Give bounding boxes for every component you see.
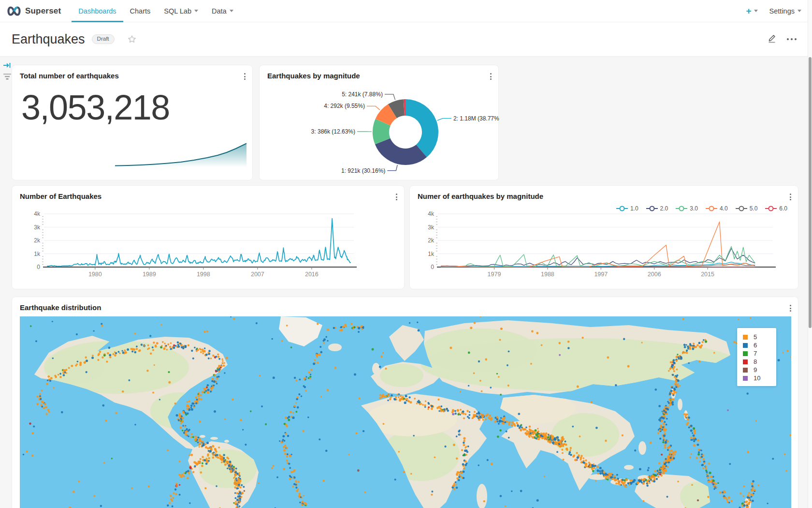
map-legend-item[interactable]: 10 bbox=[743, 374, 776, 382]
big-number-sparkline bbox=[115, 139, 246, 167]
legend-swatch-icon bbox=[743, 351, 748, 356]
map-legend-item[interactable]: 6 bbox=[743, 341, 776, 349]
svg-text:1k: 1k bbox=[34, 251, 41, 257]
settings-menu[interactable]: Settings bbox=[769, 7, 801, 15]
svg-text:1989: 1989 bbox=[143, 271, 156, 278]
nav-item-sql-lab[interactable]: SQL Lab bbox=[157, 0, 205, 22]
page-title: Earthquakes bbox=[12, 32, 85, 47]
svg-text:1998: 1998 bbox=[197, 271, 210, 278]
svg-text:4: 292k (9.55%): 4: 292k (9.55%) bbox=[324, 103, 365, 109]
legend-label: 9 bbox=[754, 366, 757, 374]
svg-text:4k: 4k bbox=[428, 210, 435, 217]
chevron-down-icon bbox=[194, 10, 198, 12]
chevron-down-icon bbox=[798, 10, 801, 12]
favorite-star-icon[interactable] bbox=[127, 34, 137, 44]
svg-text:2: 1.18M (38.77%): 2: 1.18M (38.77%) bbox=[453, 115, 499, 122]
legend-label: 7 bbox=[754, 350, 757, 357]
dashboard-header: Earthquakes Draft bbox=[0, 22, 812, 57]
legend-label: 6 bbox=[754, 342, 757, 349]
filter-icon[interactable] bbox=[3, 73, 12, 82]
donut-chart[interactable]: 2: 1.18M (38.77%)1: 921k (30.16%)3: 386k… bbox=[260, 79, 499, 178]
scrollbar-thumb[interactable] bbox=[809, 57, 812, 328]
status-badge: Draft bbox=[92, 34, 115, 44]
svg-text:2016: 2016 bbox=[305, 271, 319, 278]
map-legend-item[interactable]: 9 bbox=[743, 366, 776, 374]
legend-label: 8 bbox=[754, 358, 757, 365]
nav-item-data[interactable]: Data bbox=[205, 0, 240, 22]
card-earthquakes-by-magnitude-timeseries: Numer of earthquakes by magnitude 1.0 2.… bbox=[409, 185, 798, 289]
svg-text:1979: 1979 bbox=[488, 271, 501, 278]
svg-text:5: 241k (7.88%): 5: 241k (7.88%) bbox=[342, 91, 383, 98]
card-total-earthquakes: Total number of earthquakes 3,053,218 bbox=[12, 65, 253, 180]
svg-text:2006: 2006 bbox=[648, 271, 661, 278]
card-earthquakes-by-magnitude: Earthquakes by magnitude 2: 1.18M (38.77… bbox=[259, 65, 499, 180]
legend-label: 5 bbox=[754, 333, 757, 341]
svg-text:2k: 2k bbox=[34, 237, 41, 244]
legend-swatch-icon bbox=[743, 368, 748, 373]
top-nav: Superset Dashboards Charts SQL Lab Data … bbox=[0, 0, 812, 22]
svg-text:1997: 1997 bbox=[594, 271, 608, 278]
chart-title: Earthquake distribution bbox=[20, 303, 101, 312]
big-number-value: 3,053,218 bbox=[21, 88, 170, 127]
svg-text:1980: 1980 bbox=[88, 271, 102, 278]
legend-swatch-icon bbox=[743, 376, 748, 381]
chart-kebab-icon[interactable] bbox=[788, 303, 793, 313]
legend-swatch-icon bbox=[743, 359, 748, 364]
brand-name[interactable]: Superset bbox=[25, 6, 61, 16]
nav-item-label: Data bbox=[212, 7, 227, 15]
svg-text:2007: 2007 bbox=[251, 271, 264, 278]
expand-filter-bar-icon[interactable] bbox=[3, 61, 12, 71]
chevron-down-icon bbox=[230, 10, 233, 12]
svg-text:3k: 3k bbox=[428, 224, 435, 231]
nav-item-charts[interactable]: Charts bbox=[123, 0, 158, 22]
svg-text:1k: 1k bbox=[428, 251, 435, 257]
chart-title: Total number of earthquakes bbox=[20, 72, 119, 80]
legend-swatch-icon bbox=[743, 343, 748, 348]
plus-icon: + bbox=[746, 6, 751, 15]
nav-item-label: Dashboards bbox=[78, 7, 116, 15]
new-button[interactable]: + bbox=[746, 6, 757, 15]
nav-item-dashboards[interactable]: Dashboards bbox=[72, 0, 123, 22]
edit-dashboard-icon[interactable] bbox=[767, 33, 777, 45]
card-earthquake-distribution: Earthquake distribution 5678910 bbox=[12, 297, 798, 508]
chevron-down-icon bbox=[754, 10, 758, 12]
infinity-logo-icon bbox=[7, 6, 21, 16]
scrollbar[interactable] bbox=[808, 0, 812, 508]
svg-text:1988: 1988 bbox=[541, 271, 554, 278]
map-legend-item[interactable]: 7 bbox=[743, 349, 776, 358]
svg-text:1: 921k (30.16%): 1: 921k (30.16%) bbox=[341, 167, 385, 174]
svg-text:3: 386k (12.63%): 3: 386k (12.63%) bbox=[311, 128, 355, 135]
map-legend-item[interactable]: 8 bbox=[743, 358, 776, 366]
settings-label: Settings bbox=[769, 7, 795, 15]
legend-label: 10 bbox=[754, 374, 760, 382]
chart-kebab-icon[interactable] bbox=[243, 72, 247, 81]
svg-text:0: 0 bbox=[431, 264, 434, 270]
more-options-icon[interactable] bbox=[785, 36, 798, 42]
superset-logo[interactable]: Superset bbox=[7, 6, 61, 16]
nav-menu: Dashboards Charts SQL Lab Data bbox=[72, 0, 240, 22]
svg-text:4k: 4k bbox=[34, 210, 41, 217]
svg-text:2k: 2k bbox=[428, 237, 435, 244]
world-map[interactable] bbox=[20, 316, 791, 508]
svg-text:0: 0 bbox=[37, 264, 40, 270]
nav-item-label: Charts bbox=[130, 7, 151, 15]
svg-text:3k: 3k bbox=[34, 224, 41, 231]
nav-item-label: SQL Lab bbox=[164, 7, 191, 15]
map-legend-item[interactable]: 5 bbox=[743, 333, 776, 341]
timeseries-chart-multi[interactable]: 1k2k3k4k019791988199720062015 bbox=[410, 186, 799, 290]
legend-swatch-icon bbox=[743, 335, 748, 340]
svg-text:2015: 2015 bbox=[701, 271, 714, 278]
timeseries-chart[interactable]: 1k2k3k4k019801989199820072016 bbox=[12, 186, 405, 290]
card-number-of-earthquakes: Number of Earthquakes 1k2k3k4k0198019891… bbox=[12, 185, 405, 289]
map-legend: 5678910 bbox=[737, 328, 776, 386]
